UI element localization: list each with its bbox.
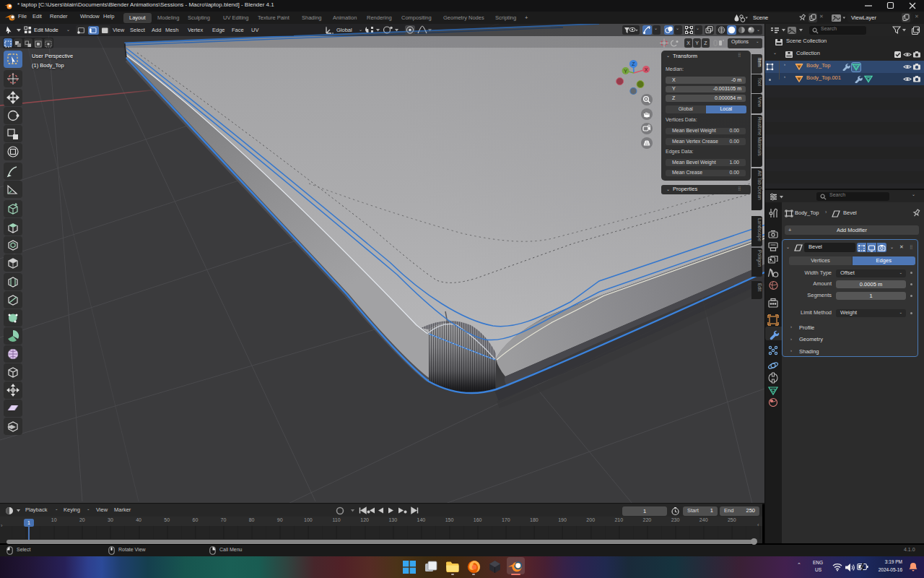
svg-text:X: X	[645, 67, 648, 72]
svg-text:Z: Z	[632, 61, 635, 66]
svg-text:Y: Y	[624, 69, 627, 74]
